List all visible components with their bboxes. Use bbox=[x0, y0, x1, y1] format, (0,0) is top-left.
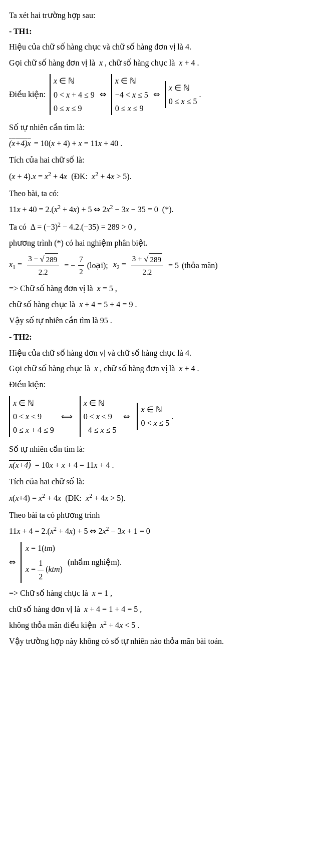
theo-bai-formula1: 11x + 40 = 2.(x2 + 4x) + 5 ⇔ 2x2 − 3x − … bbox=[9, 203, 302, 216]
intro-text: Ta xét hai trường hợp sau: bbox=[9, 9, 302, 22]
th1-line2: Gọi chữ số hàng đơn vị là x , chữ số hàn… bbox=[9, 57, 302, 70]
cases1: x ∈ ℕ 0 < x + 4 ≤ 9 0 ≤ x ≤ 9 bbox=[50, 74, 95, 115]
tich-formula1: (x + 4).x = x2 + 4x (ĐK: x2 + 4x > 5). bbox=[9, 170, 302, 183]
dkien-th2: x ∈ ℕ 0 < x ≤ 9 0 ≤ x + 4 ≤ 9 ⟺ x ∈ ℕ 0 … bbox=[9, 394, 302, 439]
sotn-formula2: x(x+4) = 10x + x + 4 = 11x + 4 . bbox=[9, 459, 302, 472]
th2-line2: Gọi chữ số hàng chục là x , chữ số hàng … bbox=[9, 362, 302, 375]
chuc-label: chữ số hàng chục là x + 4 = 5 + 4 = 9 . bbox=[9, 298, 302, 311]
so-tn2-label: Số tự nhiên cần tìm là: bbox=[9, 443, 302, 456]
cases3: x ∈ ℕ 0 ≤ x ≤ 5 bbox=[165, 81, 197, 108]
solution-cases: x = 1(tm) x = 12 (ktm) bbox=[21, 542, 63, 583]
so-tn-label: Số tự nhiên cần tìm là: bbox=[9, 121, 302, 134]
th2-line1: Hiệu của chữ số hàng đơn vị và chữ số hà… bbox=[9, 347, 302, 360]
theo-bai-formula2: 11x + 4 = 2.(x2 + 4x) + 5 ⇔ 2x2 − 3x + 1… bbox=[9, 524, 302, 538]
cases6: x ∈ ℕ 0 < x ≤ 5 bbox=[137, 403, 169, 430]
cases5: x ∈ ℕ 0 < x ≤ 9 −4 ≤ x ≤ 5 bbox=[80, 396, 117, 437]
theo-bai-label: Theo bài, ta có: bbox=[9, 187, 302, 200]
dk2-label: Điều kiện: bbox=[9, 378, 302, 391]
phuong-trinh-label: phương trình (*) có hai nghiệm phân biệt… bbox=[9, 237, 302, 250]
tich-formula2: x(x+4) = x2 + 4x (ĐK: x2 + 4x > 5). bbox=[9, 491, 302, 505]
vay-label: Vậy số tự nhiên cần tìm là 95 . bbox=[9, 314, 302, 327]
th1-line1: Hiệu của chữ số hàng chục và chữ số hàng… bbox=[9, 41, 302, 54]
dkien-label: Điều kiện: bbox=[9, 88, 48, 101]
sotn-formula1: (x+4)x = 10(x + 4) + x = 11x + 40 . bbox=[9, 137, 302, 150]
cases-solution: ⇔ x = 1(tm) x = 12 (ktm) (nhầm nghiệm). bbox=[9, 542, 302, 583]
x1x2-row: x1 = 3 − √289 2.2 = − 7 2 (loại); x2 = 3… bbox=[9, 253, 302, 279]
khong-label: không thỏa mãn điều kiện x2 + 4x < 5 . bbox=[9, 618, 302, 632]
cases2: x ∈ ℕ −4 < x ≤ 5 0 ≤ x ≤ 9 bbox=[111, 74, 148, 115]
th1-label: - TH1: bbox=[9, 25, 302, 38]
ta-co-formula: Ta có Δ = (−3)2 − 4.2.(−35) = 289 > 0 , bbox=[9, 220, 302, 234]
dkien-th1: Điều kiện: x ∈ ℕ 0 < x + 4 ≤ 9 0 ≤ x ≤ 9… bbox=[9, 72, 302, 117]
tich-label: Tích của hai chữ số là: bbox=[9, 154, 302, 167]
chu-so-label: => Chữ số hàng đơn vị là x = 5 , bbox=[9, 282, 302, 295]
tich2-label: Tích của hai chữ số là: bbox=[9, 475, 302, 488]
chu-so2-label: => Chữ số hàng chục là x = 1 , bbox=[9, 587, 302, 600]
main-content: Ta xét hai trường hợp sau: - TH1: Hiệu c… bbox=[9, 9, 302, 648]
dv2-label: chữ số hàng đơn vị là x + 4 = 1 + 4 = 5 … bbox=[9, 603, 302, 616]
th2-label: - TH2: bbox=[9, 331, 302, 344]
theo-bai2-label: Theo bài ta có phương trình bbox=[9, 509, 302, 522]
cases4: x ∈ ℕ 0 < x ≤ 9 0 ≤ x + 4 ≤ 9 bbox=[9, 396, 54, 437]
vay2-label: Vậy trường hợp này không có số tự nhiên … bbox=[9, 635, 302, 648]
